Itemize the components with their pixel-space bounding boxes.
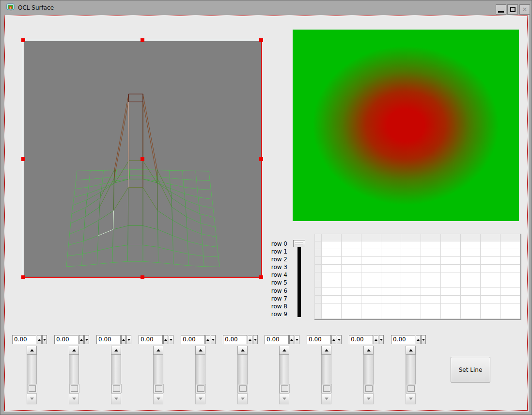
spinbox-up-button[interactable]: [37, 335, 42, 344]
table-cell[interactable]: [481, 288, 501, 296]
scrollbar-up-button[interactable]: [279, 346, 289, 355]
minimize-button[interactable]: [496, 4, 506, 15]
table-cell[interactable]: [401, 249, 421, 257]
table-cell[interactable]: [342, 265, 361, 272]
table-cell[interactable]: [501, 288, 520, 296]
table-cell[interactable]: [342, 288, 361, 296]
table-cell[interactable]: [461, 280, 481, 288]
table-cell[interactable]: [441, 303, 461, 311]
table-cell[interactable]: [421, 303, 441, 311]
scrollbar-thumb[interactable]: [364, 384, 374, 393]
table-cell[interactable]: [322, 280, 342, 288]
spinbox-up-button[interactable]: [248, 335, 252, 344]
table-cell[interactable]: [441, 288, 461, 296]
table-cell[interactable]: [401, 265, 421, 272]
spinbox-value-field[interactable]: 0.00: [96, 335, 121, 344]
row-slider[interactable]: [292, 239, 307, 319]
table-cell[interactable]: [361, 296, 381, 303]
table-cell[interactable]: [381, 280, 401, 288]
scrollbar-track[interactable]: [363, 355, 374, 393]
row-slider-handle[interactable]: [293, 240, 305, 247]
spinbox-value-field[interactable]: 0.00: [139, 335, 163, 344]
scrollbar-down-button[interactable]: [27, 393, 37, 404]
table-cell[interactable]: [441, 296, 461, 303]
table-cell[interactable]: [361, 288, 381, 296]
scrollbar-down-button[interactable]: [111, 393, 121, 404]
table-cell[interactable]: [501, 311, 520, 319]
scrollbar-up-button[interactable]: [195, 346, 205, 355]
table-cell[interactable]: [501, 257, 520, 265]
table-cell[interactable]: [501, 249, 520, 257]
table-cell[interactable]: [421, 272, 441, 280]
table-cell[interactable]: [441, 280, 461, 288]
table-cell[interactable]: [381, 241, 401, 249]
table-cell[interactable]: [381, 311, 401, 319]
table-cell[interactable]: [441, 272, 461, 280]
table-cell[interactable]: [401, 257, 421, 265]
table-cell[interactable]: [342, 303, 361, 311]
title-bar[interactable]: OCL Surface ✕: [0, 0, 532, 15]
spinbox-down-button[interactable]: [42, 335, 47, 344]
surface-3d-view[interactable]: [24, 41, 262, 277]
table-cell[interactable]: [481, 265, 501, 272]
scrollbar-thumb[interactable]: [238, 384, 248, 393]
table-cell[interactable]: [481, 257, 501, 265]
scrollbar-down-button[interactable]: [321, 393, 331, 404]
table-cell[interactable]: [421, 280, 441, 288]
scrollbar-thumb[interactable]: [111, 384, 122, 393]
spinbox-down-button[interactable]: [295, 335, 299, 344]
table-cell[interactable]: [361, 272, 381, 280]
table-cell[interactable]: [381, 303, 401, 311]
table-cell[interactable]: [381, 288, 401, 296]
table-cell[interactable]: [342, 257, 361, 265]
table-cell[interactable]: [421, 249, 441, 257]
table-cell[interactable]: [421, 241, 441, 249]
spinbox-value-field[interactable]: 0.00: [349, 335, 373, 344]
table-cell[interactable]: [342, 280, 361, 288]
table-cell[interactable]: [361, 241, 381, 249]
table-cell[interactable]: [401, 311, 421, 319]
spinbox-up-button[interactable]: [79, 335, 84, 344]
table-cell[interactable]: [381, 296, 401, 303]
table-cell[interactable]: [401, 296, 421, 303]
scrollbar-thumb[interactable]: [406, 384, 416, 393]
table-cell[interactable]: [481, 272, 501, 280]
table-cell[interactable]: [461, 265, 481, 272]
scrollbar-down-button[interactable]: [279, 393, 289, 404]
spinbox-value-field[interactable]: 0.00: [307, 335, 331, 344]
spinbox-up-button[interactable]: [289, 335, 294, 344]
table-cell[interactable]: [322, 296, 342, 303]
table-cell[interactable]: [441, 311, 461, 319]
spinbox-up-button[interactable]: [163, 335, 168, 344]
spinbox-value-field[interactable]: 0.00: [181, 335, 205, 344]
set-line-button[interactable]: Set Line: [451, 357, 490, 383]
table-cell[interactable]: [361, 303, 381, 311]
scrollbar-up-button[interactable]: [111, 346, 121, 355]
table-cell[interactable]: [342, 296, 361, 303]
table-cell[interactable]: [401, 303, 421, 311]
table-cell[interactable]: [461, 303, 481, 311]
scrollbar-track[interactable]: [279, 355, 289, 393]
table-cell[interactable]: [401, 241, 421, 249]
table-cell[interactable]: [461, 249, 481, 257]
table-cell[interactable]: [461, 311, 481, 319]
table-cell[interactable]: [401, 288, 421, 296]
table-cell[interactable]: [421, 288, 441, 296]
scrollbar-up-button[interactable]: [237, 346, 248, 355]
spinbox-down-button[interactable]: [84, 335, 89, 344]
spinbox-up-button[interactable]: [416, 335, 421, 344]
table-cell[interactable]: [421, 311, 441, 319]
table-cell[interactable]: [461, 296, 481, 303]
table-cell[interactable]: [481, 296, 501, 303]
spinbox-value-field[interactable]: 0.00: [12, 335, 36, 344]
table-cell[interactable]: [421, 265, 441, 272]
table-cell[interactable]: [342, 272, 361, 280]
scrollbar-track[interactable]: [321, 355, 331, 393]
table-cell[interactable]: [322, 272, 342, 280]
table-cell[interactable]: [322, 303, 342, 311]
spinbox-value-field[interactable]: 0.00: [391, 335, 415, 344]
spinbox-down-button[interactable]: [379, 335, 384, 344]
table-cell[interactable]: [461, 257, 481, 265]
table-cell[interactable]: [421, 296, 441, 303]
spinbox-down-button[interactable]: [337, 335, 342, 344]
